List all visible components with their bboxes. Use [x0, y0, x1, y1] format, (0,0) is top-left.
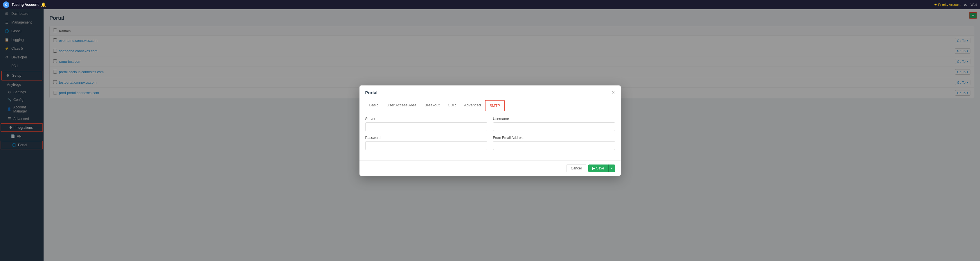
cancel-button[interactable]: Cancel — [566, 164, 586, 172]
priority-account-label: Priority Account — [938, 3, 960, 6]
topbar-time: Wed — [971, 3, 977, 6]
priority-account: ★ Priority Account — [934, 3, 960, 7]
app-logo: C — [3, 2, 9, 8]
modal-close-button[interactable]: × — [612, 90, 615, 96]
modal-title: Portal — [365, 90, 378, 95]
save-dropdown-button[interactable]: ▾ — [608, 165, 615, 172]
server-group: Server — [365, 117, 487, 131]
tab-cdr[interactable]: CDR — [444, 100, 460, 111]
save-label: Save — [596, 166, 604, 170]
from-email-group: From Email Address — [493, 136, 615, 150]
tab-advanced[interactable]: Advanced — [460, 100, 485, 111]
topbar: C Testing Account 🔔 ★ Priority Account ✉… — [0, 0, 980, 9]
account-name: Testing Account — [12, 3, 39, 7]
modal-smtp-body: Server Username Password From Email Addr… — [360, 111, 621, 160]
tab-user-access-area[interactable]: User Access Area — [382, 100, 420, 111]
from-email-label: From Email Address — [493, 136, 615, 140]
save-button[interactable]: ▶ Save — [588, 165, 608, 172]
modal-footer: Cancel ▶ Save ▾ — [360, 160, 621, 176]
save-button-group: ▶ Save ▾ — [588, 165, 615, 172]
password-group: Password — [365, 136, 487, 150]
topbar-right: ★ Priority Account ✉ Wed — [934, 3, 977, 7]
username-input[interactable] — [493, 122, 615, 131]
from-email-input[interactable] — [493, 141, 615, 150]
username-group: Username — [493, 117, 615, 131]
smtp-row-2: Password From Email Address — [365, 136, 615, 150]
server-input[interactable] — [365, 122, 487, 131]
server-label: Server — [365, 117, 487, 121]
topbar-left: C Testing Account 🔔 — [3, 2, 46, 8]
star-icon: ★ — [934, 3, 937, 7]
modal-overlay: Portal × Basic User Access Area Breakout… — [0, 0, 980, 261]
smtp-row-1: Server Username — [365, 117, 615, 131]
username-label: Username — [493, 117, 615, 121]
save-icon: ▶ — [592, 166, 595, 170]
modal-header: Portal × — [360, 85, 621, 100]
modal-tabs: Basic User Access Area Breakout CDR Adva… — [360, 100, 621, 111]
tab-breakout[interactable]: Breakout — [420, 100, 444, 111]
email-icon[interactable]: ✉ — [964, 3, 967, 7]
portal-modal: Portal × Basic User Access Area Breakout… — [360, 85, 621, 176]
tab-basic[interactable]: Basic — [365, 100, 383, 111]
password-label: Password — [365, 136, 487, 140]
bell-icon[interactable]: 🔔 — [41, 2, 46, 7]
password-input[interactable] — [365, 141, 487, 150]
tab-smtp[interactable]: SMTP — [485, 100, 505, 111]
